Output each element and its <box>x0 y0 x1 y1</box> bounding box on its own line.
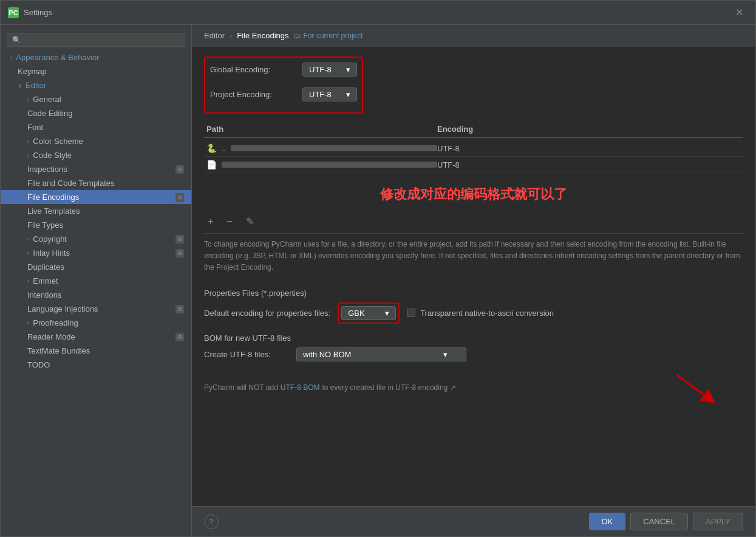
sidebar-item-duplicates[interactable]: Duplicates <box>1 260 191 274</box>
footer-buttons: OK CANCEL APPLY <box>589 513 744 530</box>
properties-row: Default encoding for properties files: G… <box>204 303 743 324</box>
sidebar-item-live-templates[interactable]: Live Templates <box>1 204 191 218</box>
bom-value: with NO BOM <box>303 350 351 359</box>
toolbar-row: + − ✎ <box>204 210 743 233</box>
sidebar-item-intentions[interactable]: Intentions <box>1 288 191 302</box>
transparent-checkbox[interactable] <box>407 309 415 317</box>
sidebar-item-label: File Encodings <box>27 193 79 202</box>
sidebar-item-label: Editor <box>26 81 46 90</box>
sidebar-item-font[interactable]: Font <box>1 120 191 134</box>
dropdown-arrow-icon: ▾ <box>346 65 350 74</box>
gbk-select[interactable]: GBK ▾ <box>341 306 396 320</box>
help-button[interactable]: ? <box>204 515 219 529</box>
path-bar <box>222 162 437 168</box>
add-button[interactable]: + <box>204 215 217 228</box>
note-suffix: to every created file in UTF-8 encoding … <box>322 383 455 392</box>
transparent-checkbox-row[interactable]: Transparent native-to-ascii conversion <box>407 309 554 318</box>
sidebar-item-label: TODO <box>27 360 50 369</box>
gbk-highlight-box: GBK ▾ <box>338 303 400 324</box>
gbk-value: GBK <box>348 309 364 318</box>
bom-select[interactable]: with NO BOM ▾ <box>296 347 466 361</box>
sidebar-item-keymap[interactable]: Keymap <box>1 64 191 78</box>
sidebar-item-editor[interactable]: ∨ Editor <box>1 78 191 92</box>
project-encoding-row: Project Encoding: UTF-8 ▾ <box>210 87 357 101</box>
sidebar-item-label: File Types <box>27 221 63 230</box>
sidebar-item-proofreading[interactable]: › Proofreading <box>1 316 191 330</box>
search-bar[interactable] <box>1 30 191 50</box>
transparent-label: Transparent native-to-ascii conversion <box>420 309 554 318</box>
sidebar-item-label: Code Style <box>33 151 72 160</box>
project-icon: 🗂 <box>294 32 301 40</box>
sidebar-item-label: Inspections <box>27 165 67 174</box>
settings-badge: ⚙ <box>175 193 184 202</box>
sidebar-item-code-editing[interactable]: Code Editing <box>1 106 191 120</box>
sidebar-item-file-encodings[interactable]: File Encodings ⚙ <box>1 190 191 204</box>
encoding-value: UTF-8 <box>437 144 741 153</box>
sidebar-item-label: Live Templates <box>27 207 80 216</box>
chevron-right-icon: › <box>27 236 29 242</box>
search-input[interactable] <box>7 33 185 47</box>
sidebar-item-label: Inlay Hints <box>33 248 70 258</box>
chevron-right-icon: › <box>10 54 12 61</box>
app-icon: PC <box>8 7 19 18</box>
chevron-right-icon: › <box>27 152 29 159</box>
svg-line-0 <box>676 375 710 399</box>
bom-section: BOM for new UTF-8 files Create UTF-8 fil… <box>204 333 743 409</box>
sidebar-item-inlay-hints[interactable]: › Inlay Hints ⚙ <box>1 246 191 260</box>
chevron-down-icon: ∨ <box>18 82 22 89</box>
utf8-bom-link[interactable]: UTF-8 BOM <box>281 383 320 392</box>
main-panel: Editor › File Encodings 🗂 For current pr… <box>192 25 755 536</box>
table-row[interactable]: 🐍 .. UTF-8 <box>204 140 743 157</box>
breadcrumb-editor[interactable]: Editor <box>204 31 225 40</box>
ok-button[interactable]: OK <box>589 513 626 530</box>
settings-badge: ⚙ <box>175 235 184 244</box>
sidebar-item-file-types[interactable]: File Types <box>1 218 191 232</box>
close-button[interactable]: ✕ <box>730 4 748 21</box>
bom-note: PyCharm will NOT add UTF-8 BOM to every … <box>204 366 743 409</box>
path-column-header: Path <box>206 125 437 134</box>
path-cell: 📄 <box>206 160 437 169</box>
main-content: › Appearance & Behavior Keymap ∨ Editor … <box>1 25 755 536</box>
chevron-right-icon: › <box>27 138 29 145</box>
project-encoding-select[interactable]: UTF-8 ▾ <box>302 87 357 101</box>
apply-button[interactable]: APPLY <box>693 513 743 530</box>
project-link[interactable]: 🗂 For current project <box>294 32 363 40</box>
edit-button[interactable]: ✎ <box>242 214 257 228</box>
sidebar-item-reader-mode[interactable]: Reader Mode ⚙ <box>1 330 191 344</box>
sidebar-item-label: Font <box>27 123 43 132</box>
remove-button[interactable]: − <box>223 215 236 228</box>
sidebar-item-color-scheme[interactable]: › Color Scheme <box>1 134 191 148</box>
sidebar-item-appearance[interactable]: › Appearance & Behavior <box>1 50 191 64</box>
sidebar-item-label: Code Editing <box>27 109 72 118</box>
sidebar-item-emmet[interactable]: › Emmet <box>1 274 191 288</box>
dropdown-arrow-icon: ▾ <box>443 350 448 359</box>
global-encoding-select[interactable]: UTF-8 ▾ <box>302 63 357 77</box>
sidebar-item-code-style[interactable]: › Code Style <box>1 148 191 162</box>
sidebar-item-label: Duplicates <box>27 262 64 272</box>
sidebar-item-textmate-bundles[interactable]: TextMate Bundles <box>1 344 191 358</box>
sidebar-item-label: File and Code Templates <box>27 179 115 188</box>
sidebar-item-label: Proofreading <box>33 318 78 327</box>
cancel-button[interactable]: CANCEL <box>630 513 688 530</box>
encoding-column-header: Encoding <box>437 125 741 134</box>
table-body: 🐍 .. UTF-8 📄 UTF-8 <box>204 140 743 173</box>
sidebar-item-file-code-templates[interactable]: File and Code Templates <box>1 176 191 190</box>
table-header: Path Encoding <box>204 121 743 138</box>
sidebar-item-language-injections[interactable]: Language Injections ⚙ <box>1 302 191 316</box>
encoding-highlight-box: Global Encoding: UTF-8 ▾ Project Encodin… <box>204 56 363 114</box>
chevron-right-icon: › <box>27 278 29 284</box>
sidebar-item-label: Appearance & Behavior <box>16 53 99 62</box>
breadcrumb-current: File Encodings <box>237 31 288 40</box>
window-title: Settings <box>24 8 52 17</box>
sidebar: › Appearance & Behavior Keymap ∨ Editor … <box>1 25 192 536</box>
table-row[interactable]: 📄 UTF-8 <box>204 157 743 173</box>
sidebar-item-label: Keymap <box>18 67 47 76</box>
sidebar-item-general[interactable]: › General <box>1 92 191 106</box>
project-link-label[interactable]: For current project <box>304 32 363 40</box>
sidebar-item-copyright[interactable]: › Copyright ⚙ <box>1 232 191 246</box>
encoding-value: UTF-8 <box>437 160 741 169</box>
sidebar-item-todo[interactable]: TODO <box>1 358 191 372</box>
sidebar-item-inspections[interactable]: Inspections ⚙ <box>1 162 191 176</box>
note-prefix: PyCharm will NOT add <box>204 383 278 392</box>
help-icon: ? <box>209 517 213 526</box>
